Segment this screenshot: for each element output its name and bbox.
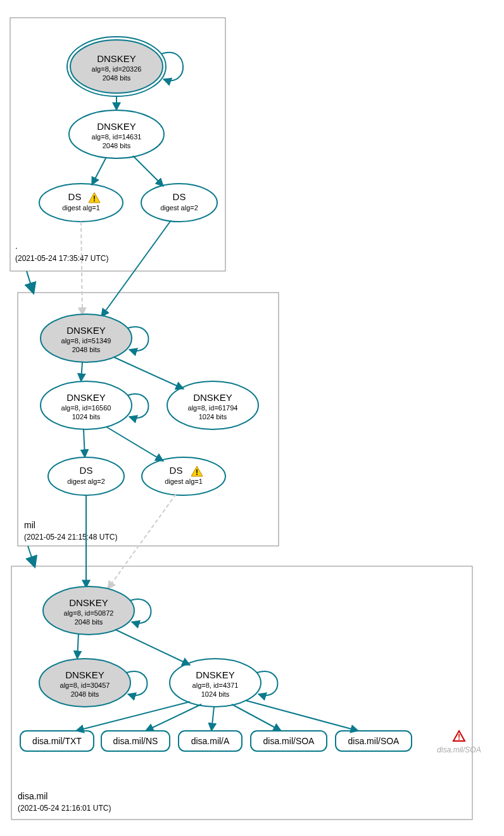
edge-mil-ksk-zsk2 xyxy=(114,357,184,389)
zone-root-timestamp: (2021-05-24 17:35:47 UTC) xyxy=(15,254,108,263)
svg-text:alg=8, id=30457: alg=8, id=30457 xyxy=(60,681,110,689)
svg-text:DNSKEY: DNSKEY xyxy=(196,669,235,680)
svg-text:DNSKEY: DNSKEY xyxy=(66,325,106,336)
svg-text:alg=8, id=4371: alg=8, id=4371 xyxy=(192,681,239,689)
svg-point-9 xyxy=(39,184,123,222)
edge-milds1-disaksk-dashed xyxy=(108,494,176,589)
svg-text:disa.mil/SOA: disa.mil/SOA xyxy=(263,736,315,746)
ds-mil-1: DS digest alg=1 ! xyxy=(142,457,225,495)
edge-mil-zsk1-ds2 xyxy=(84,429,85,457)
svg-text:digest alg=1: digest alg=1 xyxy=(165,478,203,485)
edge-ds2-milksk xyxy=(101,220,171,317)
svg-text:2048 bits: 2048 bits xyxy=(72,346,101,353)
rrset-ns: disa.mil/NS xyxy=(101,731,170,751)
svg-text:!: ! xyxy=(196,468,198,477)
svg-text:DS: DS xyxy=(170,465,183,476)
ds-mil-2: DS digest alg=2 xyxy=(48,457,124,495)
edge-root-zsk-ds2 xyxy=(133,156,163,186)
svg-text:alg=8, id=51349: alg=8, id=51349 xyxy=(61,337,111,345)
svg-text:alg=8, id=50872: alg=8, id=50872 xyxy=(64,609,114,617)
svg-text:DNSKEY: DNSKEY xyxy=(69,597,108,608)
svg-text:DNSKEY: DNSKEY xyxy=(66,392,106,403)
external-soa-error: ! xyxy=(453,731,465,742)
zone-disa-timestamp: (2021-05-24 21:16:01 UTC) xyxy=(18,804,111,813)
rrset-txt: disa.mil/TXT xyxy=(20,731,94,751)
svg-text:2048 bits: 2048 bits xyxy=(103,74,131,82)
svg-text:2048 bits: 2048 bits xyxy=(75,618,103,626)
svg-text:1024 bits: 1024 bits xyxy=(201,690,230,698)
rrset-soa-1: disa.mil/SOA xyxy=(251,731,327,751)
svg-text:alg=8, id=14631: alg=8, id=14631 xyxy=(92,133,142,141)
external-soa-label: disa.mil/SOA xyxy=(437,745,481,754)
dnskey-disa-zsk2: DNSKEY alg=8, id=4371 1024 bits xyxy=(170,659,261,707)
edge-disa-ksk-zsk1 xyxy=(77,633,79,659)
svg-text:alg=8, id=20326: alg=8, id=20326 xyxy=(92,65,142,73)
zone-link-root-mil xyxy=(27,271,33,291)
svg-text:disa.mil/TXT: disa.mil/TXT xyxy=(32,736,82,746)
dnssec-diagram: . (2021-05-24 17:35:47 UTC) DNSKEY alg=8… xyxy=(0,0,504,836)
svg-text:2048 bits: 2048 bits xyxy=(71,690,99,698)
edge-root-zsk-ds1 xyxy=(92,157,106,185)
zone-link-mil-disa xyxy=(28,546,34,565)
svg-text:DNSKEY: DNSKEY xyxy=(97,53,136,64)
rrset-soa-2: disa.mil/SOA xyxy=(336,731,412,751)
svg-text:DNSKEY: DNSKEY xyxy=(65,669,104,680)
dnskey-mil-zsk1: DNSKEY alg=8, id=16560 1024 bits xyxy=(41,381,132,429)
edge-zsk2-soa2 xyxy=(246,700,358,731)
edge-mil-ksk-zsk1 xyxy=(81,362,82,381)
edge-zsk2-ns xyxy=(146,704,201,731)
svg-text:disa.mil/SOA: disa.mil/SOA xyxy=(348,736,400,746)
svg-text:disa.mil/A: disa.mil/A xyxy=(191,736,230,746)
svg-text:1024 bits: 1024 bits xyxy=(72,413,101,421)
dnskey-disa-ksk: DNSKEY alg=8, id=50872 2048 bits xyxy=(43,586,134,635)
svg-text:DS: DS xyxy=(173,191,186,202)
svg-text:DNSKEY: DNSKEY xyxy=(193,392,232,403)
svg-text:!: ! xyxy=(93,194,96,203)
svg-text:DS: DS xyxy=(80,465,93,476)
svg-point-28 xyxy=(48,457,124,495)
dnskey-root-ksk: DNSKEY alg=8, id=20326 2048 bits xyxy=(67,37,166,96)
edge-mil-zsk1-ds1 xyxy=(106,427,163,461)
svg-text:!: ! xyxy=(458,733,460,742)
svg-text:alg=8, id=61794: alg=8, id=61794 xyxy=(188,404,238,412)
svg-text:digest alg=2: digest alg=2 xyxy=(67,478,105,485)
svg-point-13 xyxy=(141,184,217,222)
svg-point-31 xyxy=(142,457,225,495)
svg-text:2048 bits: 2048 bits xyxy=(103,142,131,149)
zone-disa-name: disa.mil xyxy=(18,791,47,801)
svg-text:digest alg=1: digest alg=1 xyxy=(62,204,100,212)
edge-zsk2-a xyxy=(211,707,214,731)
zone-root-name: . xyxy=(15,241,18,251)
edge-disa-ksk-zsk2 xyxy=(115,630,190,665)
svg-text:digest alg=2: digest alg=2 xyxy=(160,204,198,212)
svg-text:1024 bits: 1024 bits xyxy=(199,413,227,421)
zone-mil-timestamp: (2021-05-24 21:15:48 UTC) xyxy=(24,533,117,542)
svg-text:DNSKEY: DNSKEY xyxy=(97,121,136,132)
dnskey-mil-zsk2: DNSKEY alg=8, id=61794 1024 bits xyxy=(167,381,258,429)
svg-text:alg=8, id=16560: alg=8, id=16560 xyxy=(61,404,111,412)
self-sign-root-ksk xyxy=(161,53,183,80)
svg-text:DS: DS xyxy=(68,191,82,202)
edge-ds1-milksk-dashed xyxy=(81,222,82,315)
rrset-a: disa.mil/A xyxy=(179,731,242,751)
dnskey-mil-ksk: DNSKEY alg=8, id=51349 2048 bits xyxy=(41,314,132,362)
ds-root-2: DS digest alg=2 xyxy=(141,184,217,222)
dnskey-root-zsk: DNSKEY alg=8, id=14631 2048 bits xyxy=(69,110,164,158)
dnskey-disa-zsk1: DNSKEY alg=8, id=30457 2048 bits xyxy=(39,659,130,707)
svg-text:disa.mil/NS: disa.mil/NS xyxy=(113,736,158,746)
zone-mil-name: mil xyxy=(24,520,35,530)
ds-root-1: DS digest alg=1 ! xyxy=(39,184,123,222)
